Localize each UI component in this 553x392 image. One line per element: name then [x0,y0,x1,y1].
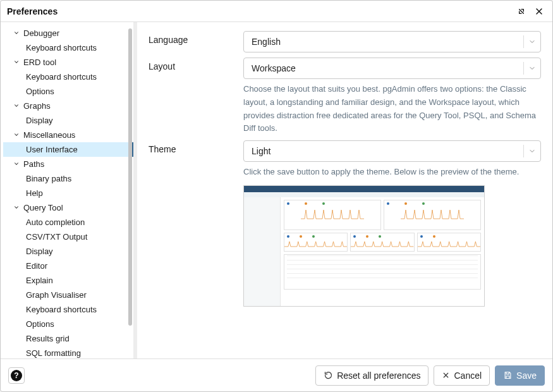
tree-item-label: Options [26,87,54,96]
tree-item[interactable]: Display [3,113,133,128]
chevron-down-icon [13,102,21,110]
help-button[interactable]: ? [8,367,25,384]
close-icon[interactable] [532,4,546,18]
tree-item-label: User Interface [26,145,78,154]
tree-item-label: Keyboard shortcuts [26,43,97,52]
tree-item-label: Results grid [26,334,70,343]
tree-item-label: Debugger [23,28,59,38]
close-small-icon [442,371,450,379]
sidebar-scrollbar[interactable] [127,22,133,358]
tree-item[interactable]: Display [3,244,133,259]
tree-item[interactable]: Graph Visualiser [3,288,133,302]
cancel-label: Cancel [454,371,482,381]
tree-item-label: Help [26,188,43,198]
dialog-footer: ? Reset all preferences Cancel Save [1,358,552,391]
save-icon [503,371,513,380]
tree-item[interactable]: Keyboard shortcuts [3,70,133,84]
dialog-header: Preferences [1,1,552,22]
tree-item[interactable]: Options [3,317,133,331]
tree-item[interactable]: Paths [3,157,133,171]
chevron-down-icon [13,30,21,37]
layout-select[interactable]: Workspace [243,58,541,79]
tree-item-label: Graph Visualiser [26,290,87,300]
dialog-title: Preferences [7,6,58,16]
tree-item-label: Display [26,116,53,125]
theme-select[interactable]: Light [243,140,541,162]
tree-item[interactable]: Query Tool [3,200,133,215]
label-layout: Layout [149,58,243,71]
chevron-down-icon [13,59,21,66]
tree-item[interactable]: User Interface [3,142,133,157]
tree-item[interactable]: Editor [3,259,133,273]
tree-item-label: Editor [26,261,47,271]
chevron-down-icon [13,132,21,139]
language-select[interactable]: English [243,31,541,52]
tree-item[interactable]: Auto completion [3,215,133,230]
tree-item-label: CSV/TXT Output [26,232,87,242]
sidebar-tree[interactable]: DebuggerKeyboard shortcutsERD toolKeyboa… [1,22,133,358]
tree-item-label: Keyboard shortcuts [26,72,97,82]
tree-item[interactable]: Keyboard shortcuts [3,302,133,317]
theme-value: Light [252,146,520,156]
tree-item[interactable]: SQL formatting [3,346,133,358]
language-value: English [252,37,520,47]
tree-item[interactable]: Binary paths [3,171,133,186]
tree-item-label: Query Tool [23,203,63,212]
layout-value: Workspace [252,63,520,73]
chevron-down-icon [13,161,21,168]
tree-item[interactable]: Results grid [3,331,133,346]
chevron-down-icon [528,147,537,156]
expand-icon[interactable] [514,4,528,18]
tree-item[interactable]: Miscellaneous [3,128,133,142]
tree-item-label: Miscellaneous [23,130,75,140]
theme-help: Click the save button to apply the theme… [243,166,541,179]
tree-item-label: Graphs [23,101,51,111]
tree-item-label: Paths [23,159,44,169]
tree-item[interactable]: Help [3,186,133,200]
chevron-down-icon [13,204,21,212]
tree-item-label: Options [26,319,54,329]
tree-item[interactable]: Debugger [3,26,133,40]
tree-item[interactable]: CSV/TXT Output [3,230,133,244]
save-button[interactable]: Save [495,365,545,386]
tree-item[interactable]: ERD tool [3,55,133,70]
help-icon: ? [11,370,22,381]
tree-item[interactable]: Graphs [3,99,133,113]
reset-label: Reset all preferences [337,371,420,381]
tree-item-label: ERD tool [23,58,56,67]
chevron-down-icon [528,64,537,73]
tree-item-label: Binary paths [26,174,71,183]
preferences-dialog: Preferences DebuggerKeyboard shortcutsER… [0,0,553,392]
save-label: Save [516,371,537,381]
theme-preview [243,185,485,307]
tree-item-label: SQL formatting [26,348,81,358]
layout-help: Choose the layout that suits you best. p… [243,83,541,135]
tree-item[interactable]: Explain [3,273,133,288]
reset-icon [324,371,333,380]
cancel-button[interactable]: Cancel [434,365,490,386]
tree-item-label: Auto completion [26,217,85,227]
tree-item-label: Display [26,247,53,256]
chevron-down-icon [528,37,537,46]
label-language: Language [149,31,243,45]
tree-item[interactable]: Keyboard shortcuts [3,40,133,55]
tree-item-label: Keyboard shortcuts [26,305,97,314]
main-panel: Language English Layout Workspace [137,22,552,358]
tree-item[interactable]: Options [3,84,133,99]
tree-item-label: Explain [26,276,53,285]
label-theme: Theme [149,140,243,154]
reset-all-preferences-button[interactable]: Reset all preferences [315,365,428,386]
